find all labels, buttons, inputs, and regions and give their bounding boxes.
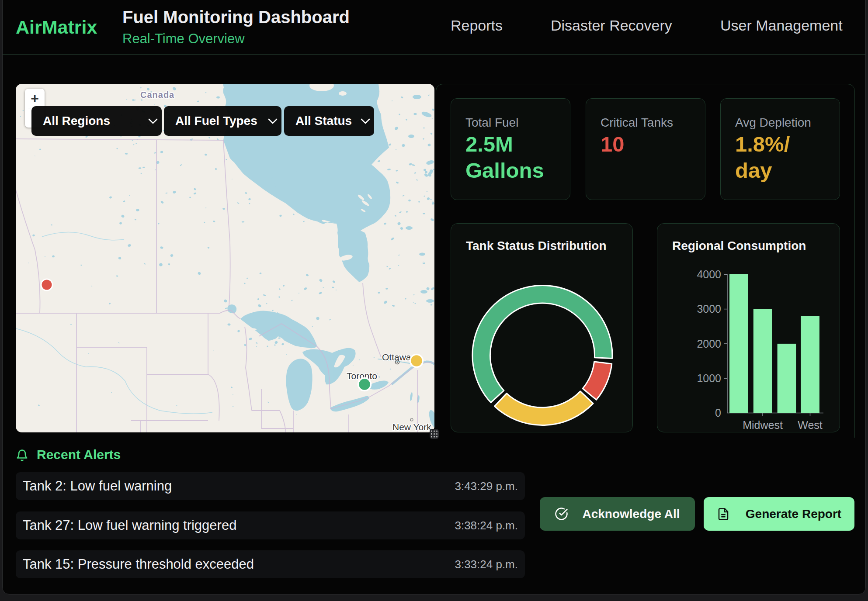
svg-text:Canada: Canada	[140, 90, 174, 100]
svg-text:New York: New York	[392, 422, 431, 432]
svg-text:West: West	[798, 419, 823, 431]
svg-text:0: 0	[715, 407, 721, 419]
svg-text:1000: 1000	[697, 372, 721, 384]
svg-text:3000: 3000	[697, 303, 721, 315]
svg-text:Midwest: Midwest	[743, 419, 783, 431]
svg-text:4000: 4000	[697, 268, 721, 280]
svg-text:2000: 2000	[697, 338, 721, 350]
